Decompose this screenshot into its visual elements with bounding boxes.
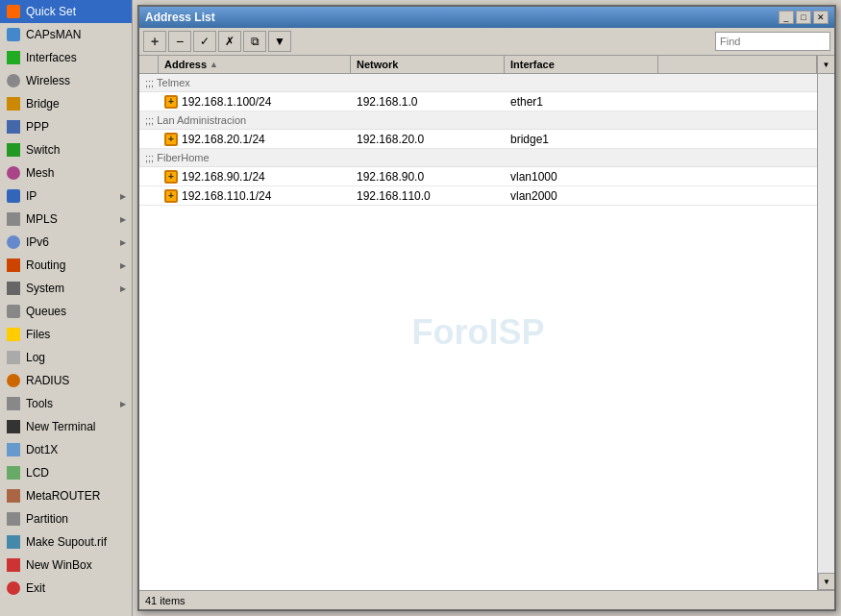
sidebar-label-radius: RADIUS <box>26 374 126 387</box>
table-row[interactable]: 192.168.20.1/24192.168.20.0bridge1 <box>139 130 817 149</box>
sidebar-label-ip: IP <box>26 189 120 203</box>
ppp-icon <box>6 119 21 135</box>
row-checkbox[interactable] <box>139 100 159 104</box>
sidebar-item-ipv6[interactable]: IPv6▶ <box>0 231 132 254</box>
files-icon <box>6 327 21 342</box>
address-list-window: Address List _ □ ✕ + − ✓ ✗ ⧉ ▼ Addre <box>137 5 836 611</box>
mpls-icon <box>6 211 21 227</box>
sidebar-item-ip[interactable]: IP▶ <box>0 185 132 208</box>
find-input[interactable] <box>715 32 830 51</box>
interfaces-icon <box>6 50 21 65</box>
th-scroll-arrow[interactable]: ▼ <box>817 56 834 73</box>
sidebar-item-bridge[interactable]: Bridge <box>0 92 132 115</box>
address-value: 192.168.1.100/24 <box>182 95 271 109</box>
th-network[interactable]: Network <box>351 56 505 73</box>
close-button[interactable]: ✕ <box>813 11 829 24</box>
mesh-icon <box>6 165 21 181</box>
expand-arrow-ipv6: ▶ <box>120 238 126 247</box>
cell-interface: vlan1000 <box>505 168 658 185</box>
sidebar-label-ppp: PPP <box>26 120 126 134</box>
maximize-button[interactable]: □ <box>796 11 811 24</box>
sidebar-item-partition[interactable]: Partition <box>0 507 132 530</box>
sidebar-label-new-terminal: New Terminal <box>26 420 126 433</box>
sidebar-item-wireless[interactable]: Wireless <box>0 69 132 92</box>
metarouter-icon <box>6 488 21 504</box>
cell-interface: bridge1 <box>505 131 658 148</box>
remove-button[interactable]: − <box>168 31 191 52</box>
add-button[interactable]: + <box>143 31 166 52</box>
window-title: Address List <box>145 11 215 24</box>
sidebar-item-radius[interactable]: RADIUS <box>0 369 132 392</box>
sidebar-item-metarouter[interactable]: MetaROUTER <box>0 484 132 507</box>
scrollbar[interactable]: ▲ ▼ <box>817 56 834 590</box>
sidebar-item-interfaces[interactable]: Interfaces <box>0 46 132 69</box>
sidebar-item-routing[interactable]: Routing▶ <box>0 254 132 277</box>
sidebar-label-capsman: CAPsMAN <box>26 28 126 41</box>
sidebar-item-switch[interactable]: Switch <box>0 138 132 161</box>
cell-network: 192.168.110.0 <box>351 187 505 205</box>
cell-network: 192.168.90.0 <box>351 168 505 185</box>
row-checkbox[interactable] <box>139 137 159 141</box>
sidebar-item-capsman[interactable]: CAPsMAN <box>0 23 132 46</box>
disable-button[interactable]: ✗ <box>218 31 241 52</box>
sidebar-item-winbox[interactable]: New WinBox <box>0 554 132 577</box>
copy-button[interactable]: ⧉ <box>243 31 266 52</box>
sidebar-item-new-terminal[interactable]: New Terminal <box>0 415 132 438</box>
sidebar-label-log: Log <box>26 351 126 364</box>
table-row[interactable]: 192.168.90.1/24192.168.90.0vlan1000 <box>139 167 817 186</box>
sidebar-item-log[interactable]: Log <box>0 346 132 369</box>
th-extra <box>658 56 817 73</box>
scroll-down-button[interactable]: ▼ <box>818 573 834 590</box>
supout-icon <box>6 534 21 550</box>
sidebar-label-system: System <box>26 282 120 295</box>
group-row-0: ;;; Telmex <box>139 74 817 92</box>
th-interface[interactable]: Interface <box>505 56 658 73</box>
row-checkbox[interactable] <box>139 175 159 179</box>
sidebar-item-dot1x[interactable]: Dot1X <box>0 438 132 461</box>
filter-button[interactable]: ▼ <box>268 31 291 52</box>
sidebar-label-interfaces: Interfaces <box>26 51 126 64</box>
address-value: 192.168.90.1/24 <box>182 170 265 184</box>
cell-address: 192.168.20.1/24 <box>159 131 351 148</box>
find-box <box>715 32 830 51</box>
sidebar-item-queues[interactable]: Queues <box>0 300 132 323</box>
sidebar-item-mpls[interactable]: MPLS▶ <box>0 208 132 231</box>
sidebar-label-routing: Routing <box>26 259 120 272</box>
address-icon <box>164 189 178 203</box>
radius-icon <box>6 373 21 388</box>
table-row[interactable]: 192.168.1.100/24192.168.1.0ether1 <box>139 92 817 111</box>
sidebar-item-mesh[interactable]: Mesh <box>0 161 132 185</box>
ipv6-icon <box>6 234 21 250</box>
address-value: 192.168.20.1/24 <box>182 133 265 146</box>
group-row-1: ;;; Lan Administracion <box>139 111 817 130</box>
sidebar-item-quick-set[interactable]: Quick Set <box>0 0 132 23</box>
th-checkbox <box>139 56 159 73</box>
minimize-button[interactable]: _ <box>779 11 794 24</box>
table-row[interactable]: 192.168.110.1/24192.168.110.0vlan2000 <box>139 186 817 206</box>
winbox-icon <box>6 557 21 573</box>
sidebar-item-tools[interactable]: Tools▶ <box>0 392 132 415</box>
sidebar-label-queues: Queues <box>26 305 126 318</box>
group-row-2: ;;; FiberHome <box>139 149 817 167</box>
routing-icon <box>6 258 21 273</box>
enable-button[interactable]: ✓ <box>193 31 216 52</box>
cell-interface: ether1 <box>505 93 658 111</box>
sidebar-item-ppp[interactable]: PPP <box>0 115 132 138</box>
sidebar-label-switch: Switch <box>26 143 126 157</box>
bridge-icon <box>6 96 21 111</box>
row-checkbox[interactable] <box>139 194 159 198</box>
sidebar-label-mesh: Mesh <box>26 166 126 180</box>
sidebar-item-system[interactable]: System▶ <box>0 277 132 300</box>
sidebar-item-lcd[interactable]: LCD <box>0 461 132 484</box>
th-address-label: Address <box>164 59 207 70</box>
sidebar-label-lcd: LCD <box>26 466 126 480</box>
table-body: ForoISP ;;; Telmex192.168.1.100/24192.16… <box>139 74 817 590</box>
scroll-track[interactable] <box>818 73 834 573</box>
sidebar-item-files[interactable]: Files <box>0 323 132 346</box>
sidebar-label-bridge: Bridge <box>26 97 126 111</box>
sidebar-item-exit[interactable]: Exit <box>0 577 132 600</box>
cell-address: 192.168.1.100/24 <box>159 93 351 111</box>
sidebar-item-supout[interactable]: Make Supout.rif <box>0 530 132 554</box>
th-address[interactable]: Address ▲ <box>159 56 351 73</box>
expand-arrow-ip: ▶ <box>120 192 126 201</box>
